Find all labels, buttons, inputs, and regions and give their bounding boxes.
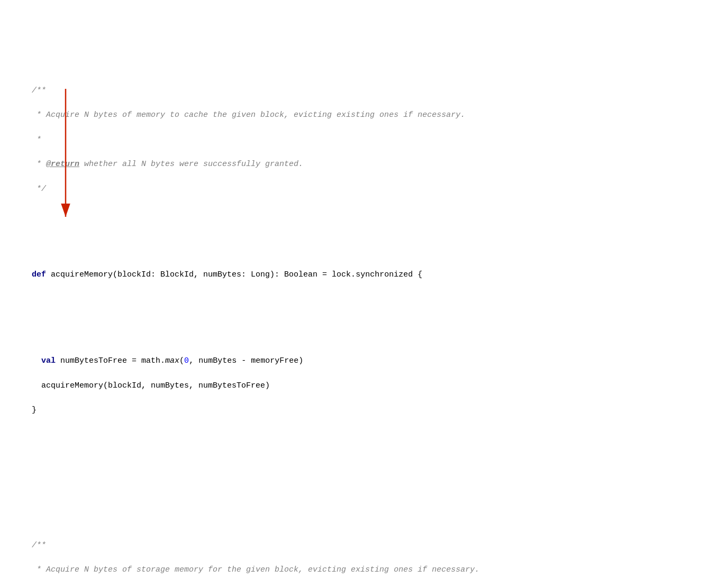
func1-val: numBytesToFree = math.max(0, numBytes - …	[60, 356, 303, 365]
comment2-line1: /**	[32, 541, 46, 550]
comment-line-2: * Acquire N bytes of memory to cache the…	[32, 111, 465, 120]
comment-line-4: * @return whether all N bytes were succe…	[32, 160, 303, 169]
func1-body: val numBytesToFree = math.max(0, numByte…	[13, 343, 696, 429]
comment-line-1: /**	[32, 86, 46, 95]
comment2-line2: * Acquire N bytes of storage memory for …	[32, 565, 479, 574]
comment-line-3: *	[32, 135, 41, 144]
keyword-def-1: def	[32, 270, 51, 279]
func1-close: }	[32, 406, 37, 415]
comment-block-2: /** * Acquire N bytes of storage memory …	[13, 527, 696, 589]
func1-signature: acquireMemory(blockId: BlockId, numBytes…	[51, 270, 422, 279]
code-view: /** * Acquire N bytes of memory to cache…	[13, 11, 696, 588]
func1-def-line: def acquireMemory(blockId: BlockId, numB…	[13, 256, 696, 293]
comment-block-1: /** * Acquire N bytes of memory to cache…	[13, 72, 696, 207]
comment-line-5: */	[32, 185, 46, 194]
keyword-val-1: val	[32, 356, 60, 365]
func1-call: acquireMemory(blockId, numBytes, numByte…	[32, 381, 270, 390]
